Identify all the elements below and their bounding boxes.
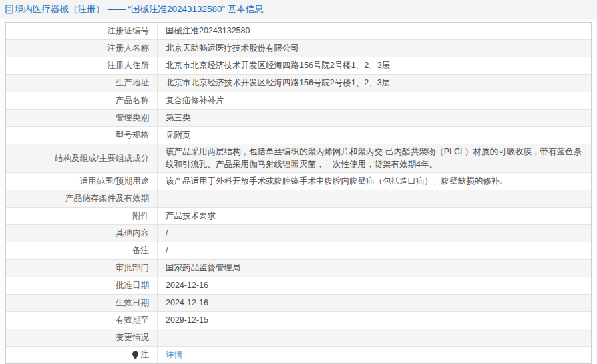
row-value: 国家药品监督管理局 bbox=[158, 260, 591, 277]
table-row-intended-use: 适用范围/预期用途 该产品适用于外科开放手术或腹腔镜手术中腹腔内腹壁疝（包括造口… bbox=[6, 172, 591, 190]
table-row-registrant-address: 注册人住所 北京市北京经济技术开发区经海四路156号院2号楼1、2、3层 bbox=[6, 57, 591, 74]
table-row-structure-composition: 结构及组成/主要组成成分 该产品采用两层结构，包括单丝编织的聚丙烯网片和聚丙交-… bbox=[6, 144, 591, 172]
row-label-text: 注 bbox=[141, 349, 150, 361]
row-label: 有效期至 bbox=[6, 312, 158, 329]
row-value: 2029-12-15 bbox=[158, 312, 591, 329]
table-row-note: 注 详情 bbox=[6, 346, 591, 363]
row-label: 批准日期 bbox=[6, 277, 158, 294]
row-value: 见附页 bbox=[158, 127, 591, 144]
row-value: 该产品采用两层结构，包括单丝编织的聚丙烯网片和聚丙交-己内酯共聚物（PLCL）材… bbox=[158, 144, 591, 172]
row-label: 生效日期 bbox=[6, 295, 158, 311]
table-row-approval-department: 审批部门 国家药品监督管理局 bbox=[6, 259, 591, 277]
row-value: 产品技术要求 bbox=[158, 208, 591, 224]
table-row-remarks: 备注 / bbox=[6, 242, 591, 259]
row-value: 北京市北京经济技术开发区经海四路156号院2号楼1、2、3层 bbox=[158, 57, 591, 74]
row-value bbox=[158, 190, 591, 207]
row-label: 备注 bbox=[6, 242, 158, 259]
row-label: 产品名称 bbox=[6, 92, 158, 109]
row-value: 北京市北京经济技术开发区经海四路156号院2号楼1、2、3层 bbox=[158, 75, 591, 92]
row-value: 详情 bbox=[158, 347, 591, 363]
row-value: 复合疝修补补片 bbox=[158, 92, 591, 109]
row-label: 注册人住所 bbox=[6, 57, 158, 74]
row-label: 管理类别 bbox=[6, 110, 158, 126]
registration-info-table: 注册证编号 国械注准20243132580 注册人名称 北京天助畅运医疗技术股份… bbox=[5, 22, 592, 364]
row-value bbox=[158, 329, 591, 346]
table-row-change-status: 变更情况 bbox=[6, 329, 591, 346]
row-label: 型号规格 bbox=[6, 127, 158, 144]
row-label: 审批部门 bbox=[6, 260, 158, 277]
detail-link[interactable]: 详情 bbox=[166, 349, 182, 361]
row-value: 2024-12-16 bbox=[158, 295, 591, 311]
row-label: 变更情况 bbox=[6, 329, 158, 346]
table-row-product-name: 产品名称 复合疝修补补片 bbox=[6, 92, 591, 109]
row-value: 国械注准20243132580 bbox=[158, 23, 591, 39]
row-label: 注 bbox=[6, 347, 158, 363]
row-value: 第三类 bbox=[158, 110, 591, 126]
table-row-registration-number: 注册证编号 国械注准20243132580 bbox=[6, 23, 591, 39]
row-value: 北京天助畅运医疗技术股份有限公司 bbox=[158, 40, 591, 57]
page-title: 境内医疗器械（注册） —— “国械注准20243132580” 基本信息 bbox=[15, 3, 264, 15]
row-value: 2024-12-16 bbox=[158, 277, 591, 294]
table-row-effective-date: 生效日期 2024-12-16 bbox=[6, 294, 591, 311]
document-icon bbox=[5, 5, 13, 14]
row-label: 产品储存条件及有效期 bbox=[6, 190, 158, 207]
table-row-storage-conditions: 产品储存条件及有效期 bbox=[6, 190, 591, 207]
row-label: 生产地址 bbox=[6, 75, 158, 92]
row-label: 适用范围/预期用途 bbox=[6, 173, 158, 190]
row-value: / bbox=[158, 242, 591, 259]
row-label: 注册人名称 bbox=[6, 40, 158, 57]
page-header: 境内医疗器械（注册） —— “国械注准20243132580” 基本信息 bbox=[0, 0, 597, 19]
table-row-other-content: 其他内容 / bbox=[6, 224, 591, 242]
table-row-attachment: 附件 产品技术要求 bbox=[6, 207, 591, 224]
row-label: 结构及组成/主要组成成分 bbox=[6, 144, 158, 172]
lightbulb-icon bbox=[132, 351, 139, 359]
row-label: 注册证编号 bbox=[6, 23, 158, 39]
row-value: / bbox=[158, 225, 591, 242]
row-value: 该产品适用于外科开放手术或腹腔镜手术中腹腔内腹壁疝（包括造口疝）、腹壁缺损的修补… bbox=[158, 173, 591, 190]
row-label: 附件 bbox=[6, 208, 158, 224]
table-row-expiry-date: 有效期至 2029-12-15 bbox=[6, 311, 591, 329]
table-row-production-address: 生产地址 北京市北京经济技术开发区经海四路156号院2号楼1、2、3层 bbox=[6, 74, 591, 92]
row-label: 其他内容 bbox=[6, 225, 158, 242]
table-row-registrant-name: 注册人名称 北京天助畅运医疗技术股份有限公司 bbox=[6, 39, 591, 57]
table-row-approval-date: 批准日期 2024-12-16 bbox=[6, 277, 591, 294]
table-row-management-category: 管理类别 第三类 bbox=[6, 109, 591, 126]
table-row-model-spec: 型号规格 见附页 bbox=[6, 126, 591, 144]
